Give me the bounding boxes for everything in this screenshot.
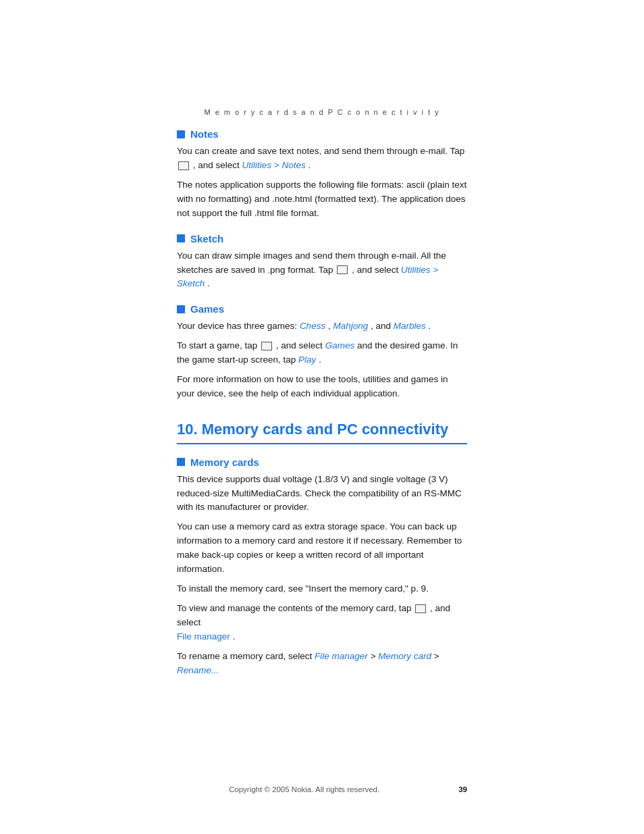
footer: Copyright © 2005 Nokia. All rights reser… [0,785,644,793]
notes-paragraph-1: You can create and save text notes, and … [177,145,467,173]
mc-p4-text3: . [233,631,236,642]
mc-p5-sep2: > [434,651,439,661]
notes-p1-text2: , and select [193,160,242,170]
sketch-heading: Sketch [177,233,467,244]
footer-row: Copyright © 2005 Nokia. All rights reser… [177,785,467,793]
memory-cards-icon-box [177,458,185,466]
sketch-icon-box [177,234,185,242]
mc-rename-memory-card-link[interactable]: Memory card [378,651,431,661]
notes-tap-icon [178,161,189,170]
footer-copyright: Copyright © 2005 Nokia. All rights reser… [177,785,431,793]
notes-p1-text1: You can create and save text notes, and … [177,146,464,156]
games-games-link[interactable]: Games [325,340,355,350]
mc-file-manager-link[interactable]: File manager [177,631,230,642]
memory-cards-heading: Memory cards [177,457,467,468]
games-marbles-link[interactable]: Marbles [394,321,426,331]
sketch-paragraph-1: You can draw simple images and send them… [177,249,467,292]
footer-page-number: 39 [458,785,467,793]
games-p1-suffix: . [429,321,431,331]
page: M e m o r y c a r d s a n d P C c o n n … [0,0,644,834]
games-p2-text2: , and select [276,340,325,350]
mc-p4-text1: To view and manage the contents of the m… [177,603,414,613]
notes-heading: Notes [177,128,467,140]
mc-paragraph-5: To rename a memory card, select File man… [177,650,467,678]
games-p2-text1: To start a game, tap [177,340,260,350]
mc-p5-sep1: > [371,651,379,661]
games-mahjong-link[interactable]: Mahjong [333,321,368,331]
notes-icon-box [177,130,185,138]
sketch-title: Sketch [190,233,223,244]
games-chess-link[interactable]: Chess [300,321,325,331]
games-paragraph-2: To start a game, tap , and select Games … [177,339,467,367]
games-tap-icon [261,342,272,350]
games-p1-prefix: Your device has three games: [177,321,300,331]
sketch-p1-text2: , and select [352,265,401,275]
mc-paragraph-4: To view and manage the contents of the m… [177,602,467,644]
games-p1-sep2: , and [371,321,394,331]
games-icon-box [177,305,185,313]
sketch-tap-icon [337,265,348,274]
notes-utilities-link[interactable]: Utilities > Notes [242,160,306,170]
games-p2-text4: . [319,355,321,365]
games-play-link[interactable]: Play [298,355,316,365]
games-heading: Games [177,303,467,315]
notes-paragraph-2: The notes application supports the follo… [177,178,467,221]
mc-paragraph-3: To install the memory card, see "Insert … [177,582,467,596]
games-paragraph-1: Your device has three games: Chess , Mah… [177,319,467,334]
content-area: M e m o r y c a r d s a n d P C c o n n … [177,0,467,724]
mc-rename-rename-link[interactable]: Rename... [177,665,219,675]
notes-p1-text3: . [308,160,311,170]
notes-title: Notes [190,128,219,140]
memory-cards-title: Memory cards [190,457,259,468]
mc-p5-prefix: To rename a memory card, select [177,651,315,661]
games-paragraph-3: For more information on how to use the t… [177,373,467,401]
mc-paragraph-2: You can use a memory card as extra stora… [177,520,467,577]
games-title: Games [190,303,224,315]
page-header-label: M e m o r y c a r d s a n d P C c o n n … [177,108,467,116]
mc-tap-icon [415,604,426,613]
sketch-p1-text3: . [207,278,210,288]
mc-rename-file-manager-link[interactable]: File manager [315,651,368,661]
chapter-title: 10. Memory cards and PC connectivity [177,420,467,444]
mc-paragraph-1: This device supports dual voltage (1.8/3… [177,473,467,515]
